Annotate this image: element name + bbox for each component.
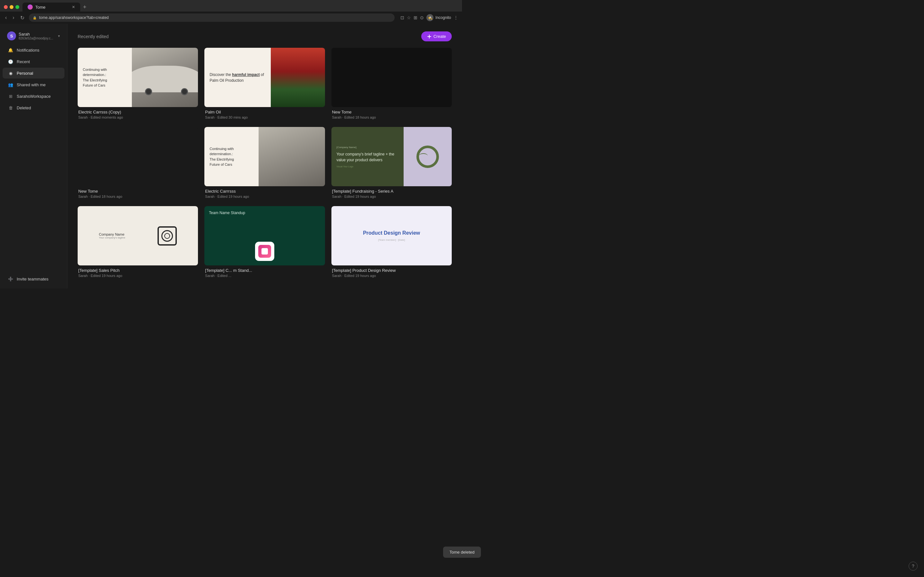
tab-close-button[interactable]: ✕ (72, 5, 75, 9)
tome-card[interactable]: New Tome Sarah · Edited 18 hours ago (331, 48, 452, 121)
tome-title: [Template] C... m Stand... (205, 268, 324, 273)
tome-title: [Template] Product Design Review (332, 268, 451, 273)
sales-pitch-company-name: Company Name (99, 232, 125, 236)
sidebar-item-personal[interactable]: ◉ Personal (3, 68, 65, 79)
sidebar: S Sarah 8263e52a@moodjoy.c... ▾ 🔔 Notifi… (0, 24, 67, 288)
incognito-icon: 🕵 (426, 14, 433, 21)
tome-title: [Template] Sales Pitch (78, 268, 197, 273)
main-content: Recently edited Create Continuing with d… (67, 24, 462, 288)
url-text: tome.app/sarahsworkspace?tab=created (39, 15, 109, 20)
incognito-label: Incognito (435, 15, 451, 20)
tome-subtitle: Sarah · Edited 19 hours ago (332, 274, 451, 277)
thumbnail-title-text: Discover the harmful impact of Palm Oil … (210, 72, 265, 83)
bookmark-button[interactable]: ☆ (407, 15, 411, 20)
user-email: 8263e52a@moodjoy.c... (19, 37, 55, 40)
profile-button[interactable]: ⊙ (420, 15, 424, 20)
sidebar-item-workspace[interactable]: ⊞ SarahsWorkspace (3, 91, 65, 102)
menu-button[interactable]: ⋮ (454, 15, 458, 20)
fundraising-company-label: [Company Name] (336, 146, 399, 149)
cast-button[interactable]: ⊡ (401, 15, 404, 20)
incognito-button[interactable]: 🕵 Incognito (426, 14, 451, 21)
thumbnail-content (78, 127, 198, 186)
fundraising-circle-graphic (417, 145, 439, 168)
tome-card[interactable]: Discover the harmful impact of Palm Oil … (204, 48, 325, 121)
sidebar-item-notifications[interactable]: 🔔 Notifications (3, 45, 65, 55)
sidebar-item-recent[interactable]: 🕐 Recent (3, 56, 65, 67)
tome-subtitle: Sarah · Edited 19 hours ago (78, 274, 197, 277)
tome-thumbnail: Continuing with determination.:The Elect… (78, 48, 198, 107)
tome-card[interactable]: New Tome Sarah · Edited 18 hours ago (78, 127, 198, 200)
tome-card[interactable]: Product Design Review [Team member] · [D… (331, 206, 452, 279)
plus-person-icon: ➕ (8, 276, 13, 282)
car-wheel-rear (181, 88, 188, 95)
tome-card[interactable]: Team Name Standup [Template] C... m Stan… (204, 206, 325, 279)
tome-card[interactable]: Company Name Your company's tagline (78, 206, 198, 279)
tome-thumbnail: Discover the harmful impact of Palm Oil … (204, 48, 325, 107)
thumbnail-content: Continuing with determination.:The Elect… (78, 48, 198, 107)
clock-icon: 🕐 (8, 59, 13, 64)
forward-button[interactable]: › (11, 13, 15, 22)
tome-subtitle: Sarah · Edited 19 hours ago (332, 195, 451, 198)
sidebar-item-invite[interactable]: ➕ Invite teammates (3, 274, 65, 284)
sidebar-item-deleted[interactable]: 🗑 Deleted (3, 102, 65, 113)
tome-favicon (27, 5, 33, 10)
user-profile-section[interactable]: S Sarah 8263e52a@moodjoy.c... ▾ (3, 29, 65, 43)
tome-title: [Template] Fundraising - Series A (332, 189, 451, 193)
sidebar-item-label: Shared with me (17, 82, 45, 87)
thumbnail-content: Continuing with determination.:The Elect… (204, 127, 325, 186)
pdr-title-text: Product Design Review (363, 230, 420, 236)
thumbnail-text-panel: Continuing with determination.:The Elect… (78, 48, 132, 107)
standup-logo-container (209, 242, 320, 261)
browser-chrome: Tome ✕ + ‹ › ↻ 🔒 tome.app/sarahsworkspac… (0, 0, 462, 24)
new-tab-button[interactable]: + (80, 3, 89, 11)
car-body-shape (132, 66, 198, 92)
tome-thumbnail: Product Design Review [Team member] · [D… (331, 206, 452, 266)
tome-card[interactable]: Continuing with determination.:The Elect… (204, 127, 325, 200)
sidebar-item-label: Recent (17, 59, 30, 64)
active-tab[interactable]: Tome ✕ (23, 3, 80, 11)
tome-card[interactable]: [Company Name] Your company's brief tagl… (331, 127, 452, 200)
tab-bar: Tome ✕ + (0, 0, 462, 11)
user-name: Sarah (19, 32, 55, 37)
back-button[interactable]: ‹ (4, 13, 8, 22)
tome-subtitle: Sarah · Edited ... (205, 274, 324, 277)
tome-meta: Electric Carrsss (Copy) Sarah · Edited m… (78, 107, 198, 121)
logo-center-dot (164, 233, 170, 239)
minimize-button[interactable] (10, 5, 13, 9)
sales-pitch-tagline: Your company's tagline (99, 236, 125, 239)
sidebar-item-label: Deleted (17, 105, 31, 110)
tome-title: New Tome (332, 110, 451, 114)
standup-logo-center (262, 248, 268, 255)
thumbnail-content (331, 48, 452, 107)
thumbnail-image-panel (132, 48, 198, 107)
thumbnail-title-text: Continuing with determination.:The Elect… (210, 146, 254, 167)
tome-meta: [Template] Product Design Review Sarah ·… (331, 266, 452, 279)
tome-meta: [Template] C... m Stand... Sarah · Edite… (204, 266, 325, 279)
tome-subtitle: Sarah · Edited 18 hours ago (78, 195, 197, 198)
tome-thumbnail: Team Name Standup (204, 206, 325, 266)
thumbnail-content: Product Design Review [Team member] · [D… (331, 206, 452, 266)
extensions-button[interactable]: ⊞ (414, 15, 417, 20)
tome-thumbnail (78, 127, 198, 186)
standup-logo (255, 242, 274, 261)
thumbnail-title-text: Continuing with determination.:The Elect… (83, 67, 127, 88)
thumbnail-content: Team Name Standup (204, 206, 325, 266)
thumbnail-text-panel: [Company Name] Your company's brief tagl… (331, 127, 404, 186)
user-info: Sarah 8263e52a@moodjoy.c... (19, 32, 55, 40)
chevron-down-icon: ▾ (58, 34, 60, 38)
url-bar[interactable]: 🔒 tome.app/sarahsworkspace?tab=created (29, 13, 395, 22)
create-button[interactable]: Create (421, 31, 452, 41)
maximize-button[interactable] (15, 5, 19, 9)
thumbnail-text-panel: Continuing with determination.:The Elect… (204, 127, 258, 186)
tome-card[interactable]: Continuing with determination.:The Elect… (78, 48, 198, 121)
lock-icon: 🔒 (33, 16, 37, 19)
sidebar-item-shared[interactable]: 👥 Shared with me (3, 79, 65, 90)
reload-button[interactable]: ↻ (19, 13, 26, 22)
tome-title: Electric Carrsss (Copy) (78, 110, 197, 114)
sales-pitch-logo (158, 226, 177, 245)
fundraising-small-text: Visual Your Logo (336, 165, 399, 168)
sidebar-item-label: Personal (17, 71, 33, 76)
thumbnail-content: [Company Name] Your company's brief tagl… (331, 127, 452, 186)
standup-title-text: Team Name Standup (209, 211, 245, 215)
close-button[interactable] (4, 5, 8, 9)
